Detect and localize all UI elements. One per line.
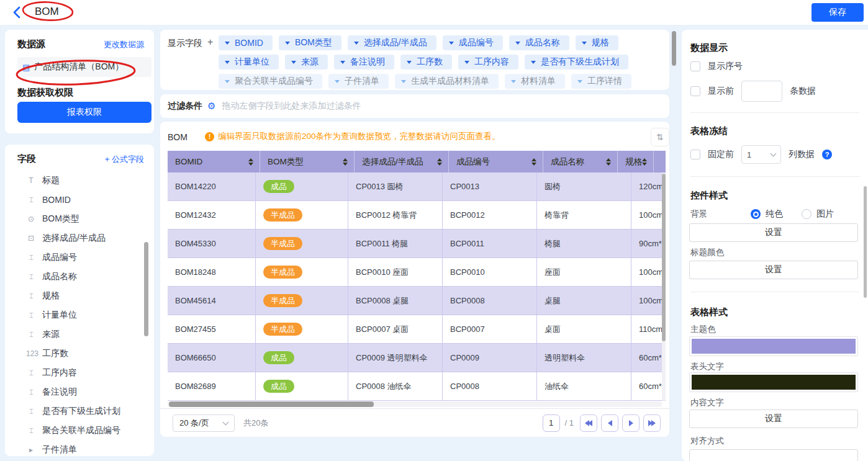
report-permission-button[interactable]: 报表权限 bbox=[17, 102, 151, 123]
show-first-count-input[interactable] bbox=[741, 81, 782, 102]
field-list-item[interactable]: ⌶ 成品编号 bbox=[5, 248, 154, 267]
table-row[interactable]: BOM82689 成品 CP0008 油纸伞 CP0008 油纸伞 60cm*6 bbox=[168, 372, 666, 401]
gear-icon[interactable]: ⚙ bbox=[207, 101, 215, 112]
display-field-chip[interactable]: 备注说明 bbox=[334, 55, 394, 69]
field-list-item[interactable]: ⊡ 选择成品/半成品 bbox=[5, 228, 154, 248]
chips-container: BOMIDBOM类型选择成品/半成品成品编号成品名称规格 计量单位来源备注说明工… bbox=[219, 35, 663, 89]
field-list-item[interactable]: ⌶ 规格 bbox=[5, 286, 154, 305]
table-row[interactable]: BOM45330 半成品 BCP0011 椅腿 BCP0011 椅腿 90cm*… bbox=[168, 230, 666, 258]
column-header[interactable]: BOMID bbox=[168, 151, 260, 172]
sort-arrows-icon[interactable] bbox=[531, 158, 536, 166]
table-row[interactable]: BOM45614 半成品 BCP0008 桌腿 BCP0008 桌腿 100cm… bbox=[168, 287, 666, 315]
field-list-item[interactable]: ⌶ 成品名称 bbox=[5, 267, 154, 286]
chevron-down-icon bbox=[225, 80, 230, 83]
sort-arrows-icon[interactable] bbox=[606, 158, 611, 166]
column-header[interactable]: BOM类型 bbox=[260, 151, 355, 172]
sort-arrows-icon[interactable] bbox=[642, 158, 647, 166]
sort-arrows-icon[interactable] bbox=[343, 158, 348, 166]
add-field-icon[interactable]: + bbox=[207, 37, 213, 48]
theme-color-picker[interactable] bbox=[689, 336, 858, 356]
current-page-input[interactable]: 1 bbox=[543, 414, 560, 432]
display-field-chip[interactable]: BOMID bbox=[219, 35, 273, 50]
column-header[interactable]: 成品编号 bbox=[449, 151, 543, 172]
solid-color-radio[interactable] bbox=[751, 209, 761, 219]
back-icon[interactable] bbox=[11, 6, 24, 19]
freeze-title: 表格冻结 bbox=[690, 125, 728, 137]
prev-page-button[interactable] bbox=[601, 414, 618, 432]
header-text-color-picker[interactable] bbox=[689, 372, 858, 392]
background-label: 背景 bbox=[690, 208, 707, 220]
table-horizontal-scrollbar[interactable] bbox=[168, 401, 662, 407]
datasource-item[interactable]: ▤ 产品结构清单（BOM） bbox=[17, 57, 151, 77]
freeze-count-select[interactable]: 1 bbox=[741, 145, 781, 164]
display-field-chip[interactable]: 工序内容 bbox=[458, 55, 518, 69]
table-vertical-scrollbar[interactable] bbox=[662, 172, 666, 401]
help-icon[interactable]: ? bbox=[822, 150, 832, 159]
table-row[interactable]: BOM14220 成品 CP0013 圆椅 CP0013 圆椅 120cm* bbox=[168, 172, 666, 201]
display-field-chip[interactable]: 成品编号 bbox=[443, 35, 503, 50]
total-count: 共20条 bbox=[243, 418, 268, 429]
chip-label: 规格 bbox=[592, 37, 609, 48]
field-list-item[interactable]: ▸ 子件清单 bbox=[5, 440, 154, 456]
field-list-item[interactable]: ⌶ 聚合关联半成品编号 bbox=[5, 421, 154, 440]
display-field-chip[interactable]: 成品名称 bbox=[509, 35, 569, 50]
chevron-down-icon bbox=[401, 80, 406, 83]
image-radio[interactable] bbox=[802, 209, 811, 219]
cell-bom-type: 成品 bbox=[256, 172, 348, 200]
field-list: T 标题 ⌶ BOMID ⊙ BOM类型 ⊡ 选择成品/半成品 ⌶ 成品编号 bbox=[5, 171, 154, 456]
filter-dropzone-placeholder[interactable]: 拖动左侧字段到此处来添加过滤条件 bbox=[222, 101, 361, 112]
column-header[interactable]: 选择成品/半成品 bbox=[355, 151, 449, 172]
show-first-checkbox[interactable] bbox=[690, 86, 700, 96]
field-list-item[interactable]: 123 工序数 bbox=[5, 344, 154, 363]
display-field-chip[interactable]: 规格 bbox=[576, 35, 618, 50]
page-size-select[interactable]: 20 条/页 bbox=[173, 414, 235, 432]
table-row[interactable]: BOM27455 半成品 BCP0007 桌面 BCP0007 桌面 110cm… bbox=[168, 315, 666, 344]
display-field-chip[interactable]: 计量单位 bbox=[219, 55, 279, 69]
change-datasource-link[interactable]: 更改数据源 bbox=[104, 39, 144, 50]
chip-label: 备注说明 bbox=[350, 56, 385, 68]
fields-scrollbar[interactable] bbox=[144, 242, 148, 336]
middle-panel-scrollbar[interactable] bbox=[672, 31, 676, 66]
cell-select-product: CP0008 油纸伞 bbox=[348, 372, 443, 400]
column-header-label: 成品编号 bbox=[456, 156, 490, 168]
table-row[interactable]: BOM66650 成品 CP0009 透明塑料伞 CP0009 透明塑料伞 60… bbox=[168, 344, 666, 372]
save-button[interactable]: 保存 bbox=[811, 3, 864, 22]
content-text-set-button[interactable]: 设置 bbox=[689, 410, 858, 428]
field-list-item[interactable]: ⌶ 备注说明 bbox=[5, 382, 154, 401]
display-field-chip[interactable]: 工序数 bbox=[400, 55, 452, 69]
settings-scrollbar[interactable] bbox=[864, 186, 867, 298]
field-list-item[interactable]: ⌶ BOMID bbox=[5, 190, 154, 209]
table-row[interactable]: BOM12432 半成品 BCP0012 椅靠背 BCP0012 椅靠背 100… bbox=[168, 201, 666, 230]
display-field-chip[interactable]: 是否有下级生成计划 bbox=[525, 55, 628, 69]
cell-select-product: BCP0011 椅腿 bbox=[348, 230, 443, 257]
total-pages: / 1 bbox=[565, 418, 574, 427]
first-page-button[interactable] bbox=[580, 414, 597, 432]
next-page-button[interactable] bbox=[622, 414, 640, 432]
show-index-checkbox[interactable] bbox=[690, 61, 700, 71]
select-field-icon: ⊡ bbox=[26, 234, 36, 243]
column-header[interactable]: 规格 bbox=[618, 151, 654, 172]
field-list-item[interactable]: ⊙ BOM类型 bbox=[5, 209, 154, 228]
display-field-chip[interactable]: BOM类型 bbox=[279, 35, 341, 50]
background-set-button[interactable]: 设置 bbox=[689, 223, 858, 242]
align-control[interactable] bbox=[689, 449, 858, 461]
field-list-item[interactable]: ⌶ 工序内容 bbox=[5, 363, 154, 382]
freeze-count-value: 1 bbox=[747, 150, 751, 159]
datasource-name: 产品结构清单（BOM） bbox=[34, 61, 124, 73]
table-row[interactable]: BOM18248 半成品 BCP0010 座面 BCP0010 座面 100cm… bbox=[168, 258, 666, 287]
sort-arrows-icon[interactable] bbox=[437, 158, 442, 166]
title-color-set-button[interactable]: 设置 bbox=[689, 261, 858, 279]
field-list-item[interactable]: ⌶ 来源 bbox=[5, 324, 154, 344]
field-list-item[interactable]: T 标题 bbox=[5, 171, 154, 190]
sort-order-button[interactable]: ⇅ bbox=[651, 128, 669, 146]
filter-card: 过滤条件 ⚙ 拖动左侧字段到此处来添加过滤条件 bbox=[160, 94, 669, 118]
add-formula-field-link[interactable]: + 公式字段 bbox=[105, 154, 144, 165]
field-list-item[interactable]: ⌶ 是否有下级生成计划 bbox=[5, 401, 154, 421]
freeze-columns-checkbox[interactable] bbox=[690, 150, 700, 159]
sort-arrows-icon[interactable] bbox=[248, 158, 253, 166]
display-field-chip[interactable]: 选择成品/半成品 bbox=[348, 35, 436, 50]
column-header[interactable]: 成品名称 bbox=[543, 151, 618, 172]
last-page-button[interactable] bbox=[643, 414, 661, 432]
display-field-chip[interactable]: 来源 bbox=[285, 55, 328, 69]
field-list-item[interactable]: ⌶ 计量单位 bbox=[5, 305, 154, 324]
